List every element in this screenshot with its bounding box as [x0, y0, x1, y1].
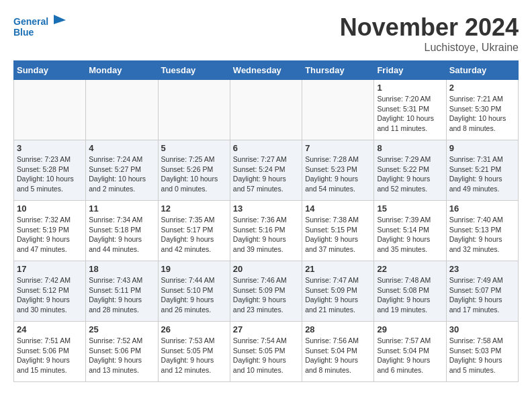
calendar-cell: 15Sunrise: 7:39 AM Sunset: 5:14 PM Dayli… — [374, 201, 446, 261]
day-info: Sunrise: 7:27 AM Sunset: 5:24 PM Dayligh… — [233, 154, 299, 194]
week-row: 10Sunrise: 7:32 AM Sunset: 5:19 PM Dayli… — [14, 201, 519, 261]
day-number: 8 — [377, 143, 443, 153]
day-number: 29 — [377, 324, 443, 334]
calendar-cell: 25Sunrise: 7:52 AM Sunset: 5:06 PM Dayli… — [86, 322, 158, 382]
weekday-header-wednesday: Wednesday — [230, 61, 302, 80]
day-number: 9 — [449, 143, 515, 153]
day-number: 14 — [305, 203, 371, 214]
weekday-header-friday: Friday — [374, 61, 446, 80]
day-info: Sunrise: 7:57 AM Sunset: 5:04 PM Dayligh… — [377, 336, 443, 375]
calendar-cell: 20Sunrise: 7:46 AM Sunset: 5:09 PM Dayli… — [230, 261, 302, 322]
day-info: Sunrise: 7:34 AM Sunset: 5:18 PM Dayligh… — [89, 215, 154, 255]
day-info: Sunrise: 7:36 AM Sunset: 5:16 PM Dayligh… — [233, 215, 299, 255]
day-number: 10 — [17, 203, 83, 214]
day-info: Sunrise: 7:25 AM Sunset: 5:26 PM Dayligh… — [161, 154, 227, 194]
month-title: November 2024 — [340, 13, 519, 42]
calendar-cell — [158, 80, 230, 140]
day-number: 18 — [89, 264, 154, 274]
calendar-cell: 28Sunrise: 7:56 AM Sunset: 5:04 PM Dayli… — [302, 322, 374, 382]
calendar-cell: 18Sunrise: 7:43 AM Sunset: 5:11 PM Dayli… — [86, 261, 158, 322]
day-number: 5 — [161, 143, 227, 153]
day-number: 15 — [377, 203, 443, 214]
calendar-cell — [14, 80, 86, 140]
day-number: 22 — [377, 264, 443, 274]
day-number: 24 — [17, 324, 83, 334]
weekday-header-thursday: Thursday — [302, 61, 374, 80]
day-info: Sunrise: 7:58 AM Sunset: 5:03 PM Dayligh… — [449, 336, 515, 375]
day-info: Sunrise: 7:49 AM Sunset: 5:07 PM Dayligh… — [449, 275, 515, 315]
day-number: 6 — [233, 143, 299, 153]
weekday-header-tuesday: Tuesday — [158, 61, 230, 80]
weekday-header-sunday: Sunday — [14, 61, 86, 80]
calendar-cell: 6Sunrise: 7:27 AM Sunset: 5:24 PM Daylig… — [230, 140, 302, 201]
calendar-cell: 26Sunrise: 7:53 AM Sunset: 5:05 PM Dayli… — [158, 322, 230, 382]
calendar-cell: 30Sunrise: 7:58 AM Sunset: 5:03 PM Dayli… — [446, 322, 518, 382]
calendar-cell: 19Sunrise: 7:44 AM Sunset: 5:10 PM Dayli… — [158, 261, 230, 322]
calendar-cell: 1Sunrise: 7:20 AM Sunset: 5:31 PM Daylig… — [374, 80, 446, 140]
location: Luchistoye, Ukraine — [340, 42, 519, 54]
day-number: 16 — [449, 203, 515, 214]
day-info: Sunrise: 7:47 AM Sunset: 5:09 PM Dayligh… — [305, 275, 371, 315]
calendar-cell: 27Sunrise: 7:54 AM Sunset: 5:05 PM Dayli… — [230, 322, 302, 382]
day-number: 30 — [449, 324, 515, 334]
day-info: Sunrise: 7:53 AM Sunset: 5:05 PM Dayligh… — [161, 336, 227, 375]
calendar-cell: 29Sunrise: 7:57 AM Sunset: 5:04 PM Dayli… — [374, 322, 446, 382]
day-number: 12 — [161, 203, 227, 214]
weekday-header-monday: Monday — [86, 61, 158, 80]
day-number: 13 — [233, 203, 299, 214]
page-header: GeneralBlue November 2024 Luchistoye, Uk… — [13, 13, 519, 54]
calendar-cell: 4Sunrise: 7:24 AM Sunset: 5:27 PM Daylig… — [86, 140, 158, 201]
day-number: 3 — [17, 143, 83, 153]
week-row: 3Sunrise: 7:23 AM Sunset: 5:28 PM Daylig… — [14, 140, 519, 201]
calendar-table: SundayMondayTuesdayWednesdayThursdayFrid… — [13, 60, 519, 382]
day-number: 4 — [89, 143, 154, 153]
day-info: Sunrise: 7:20 AM Sunset: 5:31 PM Dayligh… — [377, 94, 443, 134]
week-row: 24Sunrise: 7:51 AM Sunset: 5:06 PM Dayli… — [14, 322, 519, 382]
svg-text:General: General — [13, 16, 48, 27]
calendar-cell: 14Sunrise: 7:38 AM Sunset: 5:15 PM Dayli… — [302, 201, 374, 261]
day-number: 26 — [161, 324, 227, 334]
calendar-cell — [86, 80, 158, 140]
calendar-cell — [302, 80, 374, 140]
day-info: Sunrise: 7:24 AM Sunset: 5:27 PM Dayligh… — [89, 154, 154, 194]
calendar-cell: 12Sunrise: 7:35 AM Sunset: 5:17 PM Dayli… — [158, 201, 230, 261]
day-number: 17 — [17, 264, 83, 274]
day-number: 25 — [89, 324, 154, 334]
svg-marker-1 — [54, 15, 66, 24]
day-info: Sunrise: 7:44 AM Sunset: 5:10 PM Dayligh… — [161, 275, 227, 315]
day-info: Sunrise: 7:42 AM Sunset: 5:12 PM Dayligh… — [17, 275, 83, 315]
day-info: Sunrise: 7:39 AM Sunset: 5:14 PM Dayligh… — [377, 215, 443, 255]
logo: GeneralBlue — [13, 13, 67, 40]
day-info: Sunrise: 7:48 AM Sunset: 5:08 PM Dayligh… — [377, 275, 443, 315]
day-number: 11 — [89, 203, 154, 214]
calendar-cell: 10Sunrise: 7:32 AM Sunset: 5:19 PM Dayli… — [14, 201, 86, 261]
day-info: Sunrise: 7:56 AM Sunset: 5:04 PM Dayligh… — [305, 336, 371, 375]
day-number: 20 — [233, 264, 299, 274]
day-number: 2 — [449, 83, 515, 93]
day-info: Sunrise: 7:35 AM Sunset: 5:17 PM Dayligh… — [161, 215, 227, 255]
day-info: Sunrise: 7:32 AM Sunset: 5:19 PM Dayligh… — [17, 215, 83, 255]
day-info: Sunrise: 7:52 AM Sunset: 5:06 PM Dayligh… — [89, 336, 154, 375]
calendar-cell — [230, 80, 302, 140]
day-info: Sunrise: 7:31 AM Sunset: 5:21 PM Dayligh… — [449, 154, 515, 194]
calendar-cell: 22Sunrise: 7:48 AM Sunset: 5:08 PM Dayli… — [374, 261, 446, 322]
title-block: November 2024 Luchistoye, Ukraine — [340, 13, 519, 54]
svg-text:Blue: Blue — [13, 27, 34, 38]
calendar-cell: 3Sunrise: 7:23 AM Sunset: 5:28 PM Daylig… — [14, 140, 86, 201]
day-number: 19 — [161, 264, 227, 274]
calendar-cell: 17Sunrise: 7:42 AM Sunset: 5:12 PM Dayli… — [14, 261, 86, 322]
day-number: 28 — [305, 324, 371, 334]
day-info: Sunrise: 7:28 AM Sunset: 5:23 PM Dayligh… — [305, 154, 371, 194]
week-row: 1Sunrise: 7:20 AM Sunset: 5:31 PM Daylig… — [14, 80, 519, 140]
calendar-cell: 24Sunrise: 7:51 AM Sunset: 5:06 PM Dayli… — [14, 322, 86, 382]
day-info: Sunrise: 7:29 AM Sunset: 5:22 PM Dayligh… — [377, 154, 443, 194]
day-info: Sunrise: 7:43 AM Sunset: 5:11 PM Dayligh… — [89, 275, 154, 315]
weekday-header-saturday: Saturday — [446, 61, 518, 80]
day-number: 1 — [377, 83, 443, 93]
day-info: Sunrise: 7:46 AM Sunset: 5:09 PM Dayligh… — [233, 275, 299, 315]
day-info: Sunrise: 7:38 AM Sunset: 5:15 PM Dayligh… — [305, 215, 371, 255]
calendar-cell: 2Sunrise: 7:21 AM Sunset: 5:30 PM Daylig… — [446, 80, 518, 140]
calendar-cell: 21Sunrise: 7:47 AM Sunset: 5:09 PM Dayli… — [302, 261, 374, 322]
day-info: Sunrise: 7:54 AM Sunset: 5:05 PM Dayligh… — [233, 336, 299, 375]
calendar-cell: 11Sunrise: 7:34 AM Sunset: 5:18 PM Dayli… — [86, 201, 158, 261]
